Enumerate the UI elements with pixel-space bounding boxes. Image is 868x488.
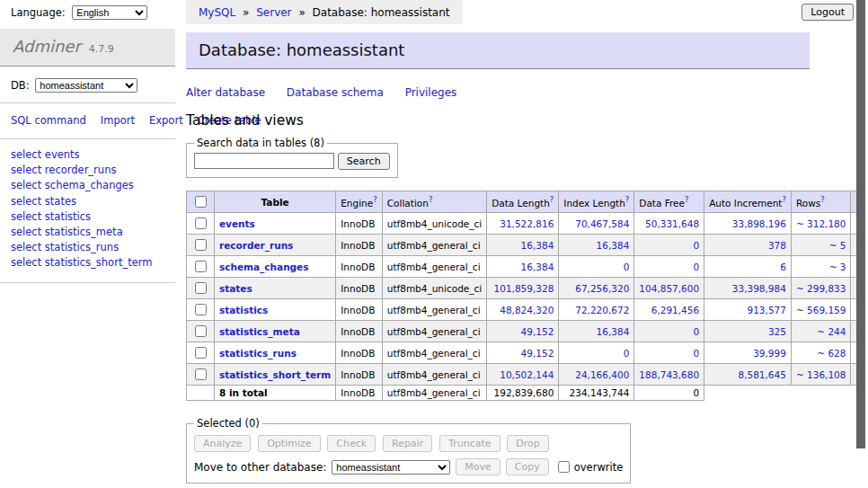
- index-length-link[interactable]: 16,384: [597, 240, 630, 251]
- rows-count-link[interactable]: ~ 3: [829, 262, 846, 272]
- auto-increment-link[interactable]: 913,577: [748, 305, 786, 315]
- table-name-link[interactable]: statistics_meta: [219, 326, 300, 337]
- data-free-link[interactable]: 104,857,600: [639, 283, 699, 294]
- rows-count-link[interactable]: ~ 5: [829, 240, 846, 251]
- breadcrumb-separator: »: [298, 6, 305, 19]
- search-button[interactable]: Search: [338, 153, 390, 170]
- data-length-link[interactable]: 10,502,144: [500, 369, 554, 380]
- row-checkbox[interactable]: [195, 368, 207, 380]
- auto-increment-link[interactable]: 33,898,196: [732, 218, 786, 229]
- privileges-link[interactable]: Privileges: [405, 86, 457, 99]
- table-header-row: TableEngine?Collation?Data Length?Index …: [187, 191, 868, 213]
- column-help-link[interactable]: ?: [685, 195, 689, 204]
- search-input[interactable]: [194, 153, 334, 169]
- rows-count-link[interactable]: ~ 312,180: [796, 218, 846, 229]
- rows-count-link[interactable]: ~ 628: [817, 348, 846, 359]
- table-name-link[interactable]: schema_changes: [219, 262, 309, 272]
- index-length-link[interactable]: 67,256,320: [575, 283, 629, 294]
- table-name-link[interactable]: events: [219, 218, 255, 229]
- rows-count-link[interactable]: ~ 244: [817, 326, 846, 337]
- column-help-link[interactable]: ?: [820, 195, 825, 204]
- select-link[interactable]: select: [11, 179, 41, 191]
- index-length-link[interactable]: 70,467,584: [575, 218, 629, 229]
- sidebar-link-sql-command[interactable]: SQL command: [11, 114, 86, 127]
- data-free-link[interactable]: 0: [693, 326, 699, 337]
- auto-increment-link[interactable]: 33,398,984: [732, 283, 786, 294]
- language-select[interactable]: English: [72, 5, 147, 20]
- move-database-select[interactable]: homeassistant: [332, 460, 450, 475]
- data-length-link[interactable]: 16,384: [521, 262, 554, 272]
- sidebar-table-link-statistics_short_term[interactable]: statistics_short_term: [45, 256, 153, 269]
- table-name-link[interactable]: statistics_short_term: [219, 369, 331, 380]
- adminer-logo-text[interactable]: Adminer: [13, 37, 81, 56]
- db-select[interactable]: homeassistant: [35, 78, 137, 93]
- table-name-link[interactable]: states: [219, 283, 252, 294]
- data-length-link[interactable]: 101,859,328: [494, 283, 554, 294]
- data-free-link[interactable]: 50,331,648: [645, 218, 699, 229]
- index-length-link[interactable]: 72,220,672: [575, 305, 629, 315]
- table-name-link[interactable]: statistics: [219, 305, 268, 315]
- sidebar-link-import[interactable]: Import: [101, 114, 135, 127]
- data-length-link[interactable]: 16,384: [521, 240, 554, 251]
- sidebar-table-link-states[interactable]: states: [45, 195, 76, 208]
- column-help-link[interactable]: ?: [550, 195, 554, 204]
- row-checkbox[interactable]: [195, 239, 207, 251]
- logout-button[interactable]: Logout: [802, 4, 854, 21]
- scrollbar-thumb[interactable]: [856, 0, 865, 448]
- data-free-link[interactable]: 188,743,680: [639, 369, 699, 380]
- alter-database-link[interactable]: Alter database: [186, 86, 265, 99]
- sidebar-table-link-recorder_runs[interactable]: recorder_runs: [45, 164, 117, 176]
- select-link[interactable]: select: [11, 241, 41, 253]
- row-checkbox[interactable]: [195, 347, 207, 359]
- column-help-link[interactable]: ?: [625, 195, 630, 204]
- sidebar-table-link-statistics[interactable]: statistics: [45, 210, 91, 223]
- rows-count-link[interactable]: ~ 136,108: [796, 369, 846, 380]
- sidebar-table-link-statistics_runs[interactable]: statistics_runs: [45, 241, 119, 253]
- data-free-link[interactable]: 6,291,456: [651, 305, 699, 315]
- auto-increment-link[interactable]: 378: [768, 240, 786, 251]
- index-length-link[interactable]: 0: [624, 262, 630, 272]
- sidebar-table-link-statistics_meta[interactable]: statistics_meta: [45, 226, 123, 238]
- column-help-link[interactable]: ?: [429, 195, 433, 204]
- select-link[interactable]: select: [11, 256, 41, 269]
- select-link[interactable]: select: [11, 210, 41, 223]
- index-length-link[interactable]: 24,166,400: [575, 369, 629, 380]
- scrollbar-track[interactable]: [856, 0, 868, 488]
- row-checkbox[interactable]: [195, 217, 207, 229]
- data-length-link[interactable]: 31,522,816: [500, 218, 554, 229]
- data-length-link[interactable]: 49,152: [521, 326, 554, 337]
- auto-increment: 33,398,984: [704, 278, 792, 299]
- index-length-link[interactable]: 0: [624, 348, 630, 359]
- table-name-link[interactable]: recorder_runs: [219, 240, 293, 251]
- select-link[interactable]: select: [11, 195, 41, 208]
- rows-count-link[interactable]: ~ 299,833: [796, 283, 846, 294]
- rows-count-link[interactable]: ~ 569,159: [796, 305, 846, 315]
- index-length-link[interactable]: 16,384: [597, 326, 630, 337]
- sidebar-table-link-schema_changes[interactable]: schema_changes: [45, 179, 134, 191]
- row-checkbox[interactable]: [195, 304, 207, 315]
- database-schema-link[interactable]: Database schema: [287, 86, 384, 99]
- select-link[interactable]: select: [11, 148, 41, 161]
- auto-increment-link[interactable]: 39,999: [753, 348, 786, 359]
- select-link[interactable]: select: [11, 226, 41, 238]
- data-length-link[interactable]: 49,152: [521, 348, 554, 359]
- column-help-link[interactable]: ?: [782, 195, 786, 204]
- row-checkbox[interactable]: [195, 261, 207, 272]
- data-length-link[interactable]: 48,824,320: [500, 305, 554, 315]
- select-link[interactable]: select: [11, 164, 41, 176]
- auto-increment-link[interactable]: 8,581,645: [738, 369, 785, 380]
- auto-increment-link[interactable]: 325: [768, 326, 786, 337]
- select-all-checkbox[interactable]: [195, 196, 207, 208]
- overwrite-checkbox[interactable]: [558, 461, 570, 473]
- row-checkbox[interactable]: [195, 325, 207, 337]
- row-checkbox[interactable]: [195, 282, 207, 294]
- breadcrumb-link-mysql[interactable]: MySQL: [199, 6, 235, 19]
- column-help-link[interactable]: ?: [373, 195, 377, 204]
- breadcrumb-link-server[interactable]: Server: [256, 6, 291, 19]
- data-free-link[interactable]: 0: [693, 262, 699, 272]
- auto-increment-link[interactable]: 6: [780, 262, 786, 272]
- data-free-link[interactable]: 0: [693, 348, 699, 359]
- sidebar-table-link-events[interactable]: events: [45, 148, 80, 161]
- table-name-link[interactable]: statistics_runs: [219, 348, 297, 359]
- data-free-link[interactable]: 0: [693, 240, 699, 251]
